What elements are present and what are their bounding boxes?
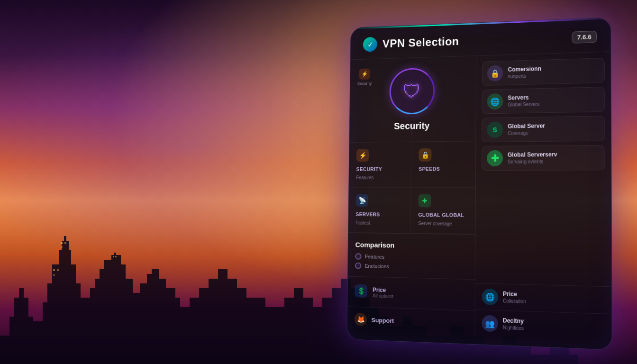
panel-content: ⚡ Security 🛡 Security ⚡ Security bbox=[347, 52, 611, 345]
comparison-item-1[interactable]: Enctucions bbox=[355, 263, 467, 272]
right-price-row[interactable]: 🌐 Price Colleration bbox=[475, 283, 612, 314]
price-icon: 💲 bbox=[355, 284, 367, 298]
support-icon: 🦊 bbox=[355, 313, 367, 327]
radio-0[interactable] bbox=[355, 253, 361, 260]
security-circle[interactable]: 🛡 bbox=[389, 67, 435, 114]
right-desc-3: Servaing ovtents bbox=[508, 158, 600, 164]
right-globe-icon: 🌐 bbox=[487, 93, 503, 109]
right-item-1[interactable]: 🌐 Servers Global Servers bbox=[482, 87, 605, 114]
right-support-row[interactable]: 👥 Decltny Nightlices bbox=[475, 310, 611, 341]
svg-rect-1 bbox=[64, 242, 66, 244]
sub-item-servers[interactable]: 📡 Servers Fastest bbox=[348, 188, 411, 234]
left-security-label: ⚡ Security bbox=[357, 68, 372, 86]
price-section: 💲 Price All options bbox=[347, 277, 475, 310]
security-feature-icon: ⚡ bbox=[356, 149, 369, 162]
svg-rect-5 bbox=[53, 274, 55, 276]
comparison-label-0: Features bbox=[365, 254, 384, 260]
servers-icon: 📡 bbox=[356, 194, 369, 207]
sub-label-1: Speeds bbox=[419, 166, 468, 172]
svg-rect-6 bbox=[113, 256, 114, 257]
panel-container: ✓ VPN Selection 7.6.6 ⚡ Security bbox=[343, 21, 609, 343]
support-row: 🦊 Support bbox=[347, 306, 474, 336]
support-label: Support bbox=[372, 316, 394, 324]
right-item-text-3: Global Serverserv Servaing ovtents bbox=[508, 151, 600, 165]
right-item-2[interactable]: S Global Server Coverage bbox=[482, 116, 605, 142]
right-item-3[interactable]: ✚ Global Serverserv Servaing ovtents bbox=[482, 145, 605, 171]
vpn-logo-icon: ✓ bbox=[363, 37, 377, 52]
sub-label-0: Security bbox=[356, 166, 404, 172]
vpn-panel: ✓ VPN Selection 7.6.6 ⚡ Security bbox=[346, 17, 612, 350]
sub-label-3: Global global bbox=[418, 212, 468, 218]
version-badge: 7.6.6 bbox=[572, 30, 597, 43]
right-bottom: 🌐 Price Colleration 👥 Decltny Nightlices bbox=[475, 283, 611, 341]
vertical-divider-line bbox=[411, 123, 412, 142]
right-price-text: Price Colleration bbox=[503, 291, 605, 307]
comparison-item-0[interactable]: Features bbox=[355, 253, 467, 262]
right-support-text: Decltny Nightlices bbox=[503, 317, 605, 334]
right-item-text-2: Global Server Coverage bbox=[508, 122, 600, 136]
svg-rect-7 bbox=[115, 256, 117, 257]
security-hero-section: ⚡ Security 🛡 Security bbox=[349, 56, 476, 143]
sub-desc-3: Server coverage bbox=[418, 220, 468, 227]
right-shield-icon: S bbox=[487, 122, 503, 138]
sub-desc-2: Fastest bbox=[355, 220, 403, 227]
sub-item-security[interactable]: ⚡ Security Features bbox=[349, 142, 411, 188]
sub-item-speeds[interactable]: 🔒 Speeds bbox=[411, 141, 475, 188]
right-price-icon: 🌐 bbox=[482, 289, 498, 306]
radio-1[interactable] bbox=[355, 263, 361, 269]
svg-rect-2 bbox=[61, 246, 63, 248]
sub-label-2: Servers bbox=[355, 211, 403, 218]
right-item-0[interactable]: 🔒 Comersionn sunperts bbox=[482, 58, 605, 86]
right-item-text-0: Comersionn sunperts bbox=[508, 64, 600, 80]
price-info: Price All options bbox=[373, 286, 467, 301]
right-desc-2: Coverage bbox=[508, 129, 600, 136]
speeds-icon: 🔒 bbox=[419, 148, 431, 162]
shield-icon: 🛡 bbox=[403, 81, 421, 102]
right-list: 🔒 Comersionn sunperts 🌐 Servers Global S… bbox=[475, 52, 611, 286]
comparison-label-1: Enctucions bbox=[365, 263, 389, 269]
comparison-items: Features Enctucions bbox=[355, 253, 467, 272]
left-panel: ⚡ Security 🛡 Security ⚡ Security bbox=[347, 56, 476, 336]
comparison-section: Comparison Features Enctucions bbox=[348, 233, 475, 280]
lightning-icon: ⚡ bbox=[359, 68, 370, 80]
right-lock-icon: 🔒 bbox=[487, 65, 503, 82]
sub-desc-0: Features bbox=[356, 174, 403, 181]
title-group: ✓ VPN Selection bbox=[363, 34, 459, 52]
right-item-text-1: Servers Global Servers bbox=[508, 93, 600, 108]
svg-rect-4 bbox=[57, 269, 59, 271]
svg-rect-0 bbox=[61, 242, 63, 244]
comparison-title: Comparison bbox=[355, 241, 468, 251]
sub-item-global[interactable]: ✚ Global global Server coverage bbox=[411, 188, 475, 234]
global-icon: ✚ bbox=[419, 194, 431, 208]
right-plus-icon: ✚ bbox=[487, 150, 503, 166]
panel-title: VPN Selection bbox=[382, 35, 459, 50]
left-label-text: Security bbox=[357, 81, 372, 86]
right-panel: 🔒 Comersionn sunperts 🌐 Servers Global S… bbox=[475, 52, 611, 341]
right-title-3: Global Serverserv bbox=[508, 151, 600, 159]
right-people-icon: 👥 bbox=[482, 315, 498, 332]
svg-rect-3 bbox=[53, 269, 55, 271]
sub-items-grid: ⚡ Security Features 🔒 Speeds 📡 Servers F… bbox=[348, 141, 475, 234]
